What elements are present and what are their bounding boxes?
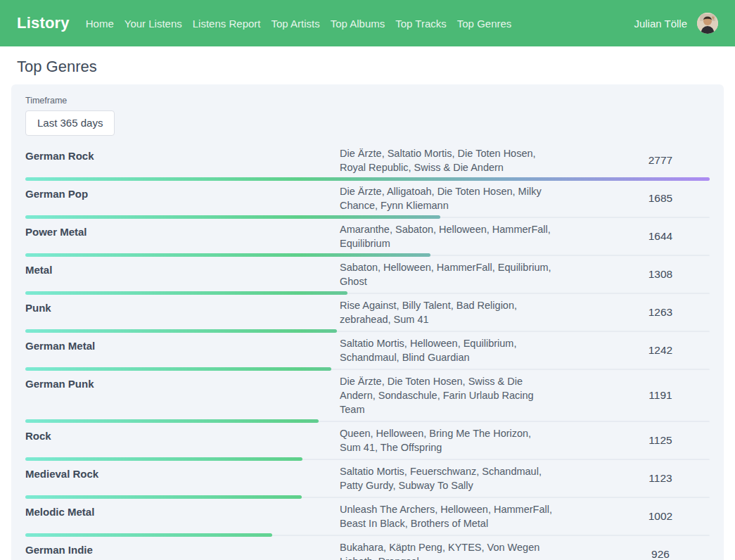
- genre-listen-count: 1002: [611, 510, 710, 523]
- genre-row: German Metal Saltatio Mortis, Helloween,…: [25, 333, 710, 371]
- genre-top-artists: Queen, Helloween, Bring Me The Horizon, …: [340, 426, 554, 454]
- genre-name: German Rock: [25, 146, 340, 163]
- genre-listen-count: 1242: [611, 344, 710, 357]
- top-navigation-bar: Listory HomeYour ListensListens ReportTo…: [0, 0, 735, 46]
- genre-bar-fill: [25, 253, 430, 257]
- genre-listen-count: 1263: [611, 306, 710, 319]
- genre-bar: [25, 457, 710, 461]
- genre-bar: [25, 367, 710, 371]
- genre-row: German Rock Die Ärzte, Saltatio Mortis, …: [25, 143, 710, 181]
- nav-item-listens-report[interactable]: Listens Report: [193, 18, 261, 30]
- genre-listen-count: 1125: [611, 434, 710, 447]
- genre-top-artists: Unleash The Archers, Helloween, HammerFa…: [340, 502, 554, 530]
- genre-bar: [25, 291, 710, 295]
- genre-row: Power Metal Amaranthe, Sabaton, Hellowee…: [25, 219, 710, 257]
- genre-bar: [25, 177, 710, 181]
- genre-row: Punk Rise Against, Billy Talent, Bad Rel…: [25, 295, 710, 333]
- nav-item-home[interactable]: Home: [86, 18, 114, 30]
- genre-listen-count: 2777: [611, 154, 710, 167]
- genre-listen-count: 1191: [611, 389, 710, 402]
- genre-name: German Pop: [25, 184, 340, 201]
- genre-top-artists: Bukahara, Käptn Peng, KYTES, Von Wegen L…: [340, 540, 554, 560]
- genre-listen-count: 1123: [611, 472, 710, 485]
- genre-row: German Pop Die Ärzte, Alligatoah, Die To…: [25, 181, 710, 219]
- genre-name: German Metal: [25, 336, 340, 353]
- genre-bar: [25, 495, 710, 499]
- timeframe-select[interactable]: Last 365 days: [25, 110, 115, 136]
- genre-name: German Indie: [25, 540, 340, 557]
- genre-bar-fill: [25, 457, 302, 461]
- genre-bar-fill: [25, 291, 347, 295]
- genre-top-artists: Die Ärzte, Saltatio Mortis, Die Toten Ho…: [340, 146, 554, 174]
- page-content: Top Genres Timeframe Last 365 days Germa…: [0, 58, 735, 560]
- genre-name: Metal: [25, 260, 340, 277]
- genre-name: Punk: [25, 298, 340, 315]
- genre-listen-count: 1685: [611, 192, 710, 205]
- nav-item-top-tracks[interactable]: Top Tracks: [395, 18, 447, 30]
- genre-bar-fill: [25, 419, 319, 423]
- user-menu[interactable]: Julian Tölle: [634, 13, 718, 34]
- genre-bar-fill: [25, 177, 710, 181]
- genre-top-artists: Die Ärzte, Alligatoah, Die Toten Hosen, …: [340, 184, 554, 212]
- genre-row: German Indie Bukahara, Käptn Peng, KYTES…: [25, 537, 710, 560]
- genre-bar-fill: [25, 329, 337, 333]
- genre-name: Medieval Rock: [25, 464, 340, 481]
- genre-name: Rock: [25, 426, 340, 443]
- user-avatar-icon: [697, 13, 718, 34]
- genre-bar-fill: [25, 533, 272, 537]
- genre-listen-count: 926: [611, 548, 710, 560]
- genre-top-artists: Saltatio Mortis, Helloween, Equilibrium,…: [340, 336, 554, 364]
- genre-top-artists: Sabaton, Helloween, HammerFall, Equilibr…: [340, 260, 554, 288]
- genre-top-artists: Rise Against, Billy Talent, Bad Religion…: [340, 298, 554, 326]
- genre-bar: [25, 253, 710, 257]
- nav-item-top-genres[interactable]: Top Genres: [457, 18, 512, 30]
- genre-bar-fill: [25, 367, 331, 371]
- timeframe-label: Timeframe: [25, 96, 710, 106]
- genre-bar: [25, 533, 710, 537]
- genre-bar-fill: [25, 215, 440, 219]
- genre-bar: [25, 329, 710, 333]
- genre-listen-count: 1644: [611, 230, 710, 243]
- genre-name: Melodic Metal: [25, 502, 340, 519]
- genre-top-artists: Saltatio Mortis, Feuerschwanz, Schandmau…: [340, 464, 554, 492]
- genre-top-artists: Amaranthe, Sabaton, Helloween, HammerFal…: [340, 222, 554, 250]
- genre-name: Power Metal: [25, 222, 340, 239]
- app-logo[interactable]: Listory: [17, 14, 70, 32]
- main-nav: HomeYour ListensListens ReportTop Artist…: [86, 18, 512, 30]
- genre-name: German Punk: [25, 374, 340, 391]
- page-title: Top Genres: [17, 58, 735, 76]
- nav-item-top-artists[interactable]: Top Artists: [271, 18, 320, 30]
- genre-bar-fill: [25, 495, 302, 499]
- genre-row: German Punk Die Ärzte, Die Toten Hosen, …: [25, 371, 710, 423]
- genres-list: German Rock Die Ärzte, Saltatio Mortis, …: [25, 143, 710, 560]
- genre-listen-count: 1308: [611, 268, 710, 281]
- genre-row: Medieval Rock Saltatio Mortis, Feuerschw…: [25, 461, 710, 499]
- nav-item-top-albums[interactable]: Top Albums: [331, 18, 385, 30]
- genre-row: Rock Queen, Helloween, Bring Me The Hori…: [25, 423, 710, 461]
- genre-top-artists: Die Ärzte, Die Toten Hosen, Swiss & Die …: [340, 374, 554, 416]
- genre-row: Melodic Metal Unleash The Archers, Hello…: [25, 499, 710, 537]
- nav-item-your-listens[interactable]: Your Listens: [124, 18, 182, 30]
- genre-row: Metal Sabaton, Helloween, HammerFall, Eq…: [25, 257, 710, 295]
- genre-bar: [25, 419, 710, 423]
- top-genres-card: Timeframe Last 365 days German Rock Die …: [11, 84, 724, 560]
- user-name: Julian Tölle: [634, 18, 687, 30]
- genre-bar: [25, 215, 710, 219]
